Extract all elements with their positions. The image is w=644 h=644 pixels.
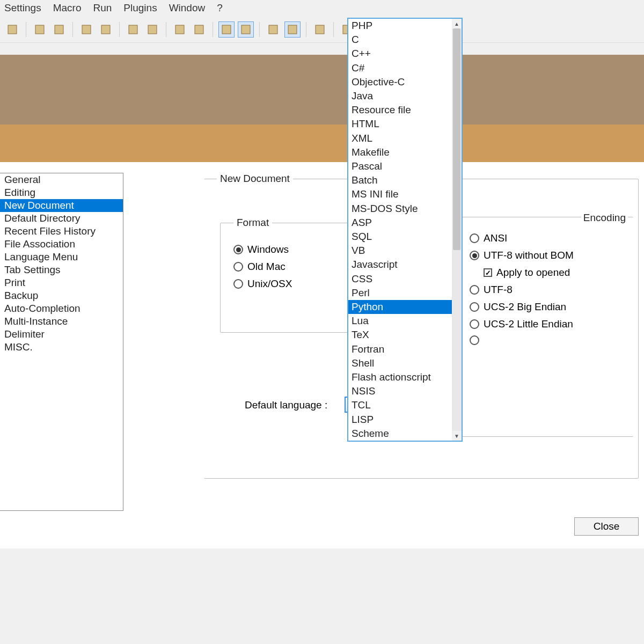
lang-item-java[interactable]: Java <box>348 89 452 103</box>
radio-label: UTF-8 without BOM <box>484 250 574 261</box>
scroll-up-arrow[interactable]: ▲ <box>452 19 462 28</box>
lang-item-asp[interactable]: ASP <box>348 216 452 230</box>
user-lang-icon[interactable] <box>238 21 254 38</box>
encoding-option-other[interactable] <box>470 335 620 345</box>
lang-item-scheme[interactable]: Scheme <box>348 427 452 441</box>
radio-icon[interactable] <box>470 319 479 329</box>
sidebar-item-default-directory[interactable]: Default Directory <box>0 212 123 225</box>
sidebar-item-print[interactable]: Print <box>0 276 123 289</box>
lang-item-html[interactable]: HTML <box>348 117 452 131</box>
radio-icon[interactable] <box>470 335 479 345</box>
language-list: PHPCC++C#Objective-CJavaResource fileHTM… <box>348 19 452 441</box>
radio-icon[interactable] <box>233 262 243 272</box>
sidebar-item-delimiter[interactable]: Delimiter <box>0 328 123 341</box>
lang-item-c[interactable]: C <box>348 33 452 47</box>
lang-item-fortran[interactable]: Fortran <box>348 342 452 356</box>
encoding-option-ansi[interactable]: ANSI <box>470 232 620 244</box>
lang-item-batch[interactable]: Batch <box>348 173 452 187</box>
lang-item-perl[interactable]: Perl <box>348 286 452 300</box>
lang-item-shell[interactable]: Shell <box>348 356 452 370</box>
menu-window[interactable]: Window <box>169 2 206 14</box>
format-option-windows[interactable]: Windows <box>233 244 346 255</box>
scrollbar[interactable]: ▲ ▼ <box>452 19 462 441</box>
lang-item-nsis[interactable]: NSIS <box>348 384 452 398</box>
lang-item-lua[interactable]: Lua <box>348 314 452 328</box>
sidebar-item-tab-settings[interactable]: Tab Settings <box>0 264 123 276</box>
svg-rect-5 <box>129 25 137 34</box>
menu-plugins[interactable]: Plugins <box>123 2 157 14</box>
checkbox-icon[interactable] <box>484 268 492 277</box>
encoding-option-utf-8[interactable]: UTF-8 <box>470 284 620 296</box>
sidebar-item-language-menu[interactable]: Language Menu <box>0 251 123 264</box>
radio-icon[interactable] <box>470 233 479 243</box>
lang-item-flash-actionscript[interactable]: Flash actionscript <box>348 370 452 384</box>
sidebar-item-editing[interactable]: Editing <box>0 186 123 199</box>
zoom-out-icon[interactable] <box>98 21 114 38</box>
sidebar-item-backup[interactable]: Backup <box>0 289 123 302</box>
lang-item-tex[interactable]: TeX <box>348 328 452 342</box>
sidebar-item-general[interactable]: General <box>0 173 123 186</box>
radio-icon[interactable] <box>470 302 479 312</box>
svg-rect-4 <box>101 25 110 34</box>
zoom-in-icon[interactable] <box>78 21 94 38</box>
lang-item-c-[interactable]: C++ <box>348 47 452 61</box>
sidebar-item-auto-completion[interactable]: Auto-Completion <box>0 302 123 315</box>
menu-macro[interactable]: Macro <box>53 2 82 14</box>
lang-item-pascal[interactable]: Pascal <box>348 159 452 173</box>
lang-item-vb[interactable]: VB <box>348 244 452 258</box>
sidebar-item-multi-instance[interactable]: Multi-Instance <box>0 315 123 328</box>
lang-item-ms-ini-file[interactable]: MS INI file <box>348 187 452 201</box>
lang-item-tcl[interactable]: TCL <box>348 398 452 412</box>
encoding-option-ucs-2-big-endian[interactable]: UCS-2 Big Endian <box>470 301 620 313</box>
lang-item-ms-dos-style[interactable]: MS-DOS Style <box>348 202 452 216</box>
sync-v-icon[interactable] <box>125 21 141 38</box>
svg-rect-13 <box>316 25 324 34</box>
radio-icon[interactable] <box>233 279 243 289</box>
format-option-unix-osx[interactable]: Unix/OSX <box>233 278 346 290</box>
sidebar-item-file-association[interactable]: File Association <box>0 238 123 251</box>
lang-item-xml[interactable]: XML <box>348 131 452 145</box>
wrap-icon[interactable] <box>172 21 188 38</box>
background-band-2 <box>0 125 644 162</box>
format-option-old-mac[interactable]: Old Mac <box>233 261 346 273</box>
svg-rect-7 <box>175 25 184 34</box>
find-icon[interactable] <box>32 21 48 38</box>
func-list-icon[interactable] <box>284 21 301 38</box>
radio-icon[interactable] <box>470 251 479 260</box>
lang-item-objective-c[interactable]: Objective-C <box>348 75 452 89</box>
lang-item-resource-file[interactable]: Resource file <box>348 103 452 117</box>
scroll-down-arrow[interactable]: ▼ <box>452 431 462 441</box>
radio-icon[interactable] <box>233 245 243 254</box>
radio-label: UTF-8 <box>484 284 513 296</box>
menu-run[interactable]: Run <box>93 2 112 14</box>
indent-guide-icon[interactable] <box>218 21 235 38</box>
menu-help[interactable]: ? <box>217 2 223 14</box>
close-button[interactable]: Close <box>574 517 639 536</box>
menu-settings[interactable]: Settings <box>4 2 41 14</box>
lang-item-python[interactable]: Python <box>348 300 452 314</box>
lang-item-php[interactable]: PHP <box>348 19 452 33</box>
sidebar-item-misc-[interactable]: MISC. <box>0 341 123 354</box>
lang-item-c-[interactable]: C# <box>348 61 452 75</box>
encoding-option-ucs-2-little-endian[interactable]: UCS-2 Little Endian <box>470 318 620 330</box>
apply-opened-check[interactable]: Apply to opened <box>484 267 620 279</box>
lang-item-makefile[interactable]: Makefile <box>348 145 452 159</box>
lang-item-css[interactable]: CSS <box>348 272 452 286</box>
lang-item-lisp[interactable]: LISP <box>348 413 452 427</box>
lang-item-javascript[interactable]: Javascript <box>348 258 452 272</box>
replace-icon[interactable] <box>51 21 67 38</box>
sidebar-item-new-document[interactable]: New Document <box>0 199 123 212</box>
doc-map-icon[interactable] <box>265 21 281 38</box>
encoding-option-utf-8-without-bom[interactable]: UTF-8 without BOM <box>470 250 620 261</box>
scroll-track[interactable] <box>452 28 462 431</box>
show-all-icon[interactable] <box>191 21 207 38</box>
sidebar-item-recent-files-history[interactable]: Recent Files History <box>0 225 123 238</box>
language-dropdown[interactable]: PHPCC++C#Objective-CJavaResource fileHTM… <box>347 18 463 442</box>
lang-item-sql[interactable]: SQL <box>348 230 452 244</box>
sync-h-icon[interactable] <box>144 21 160 38</box>
scroll-thumb[interactable] <box>453 28 460 250</box>
radio-icon[interactable] <box>470 285 479 295</box>
cut-icon[interactable] <box>4 21 20 38</box>
radio-label: Windows <box>247 244 289 255</box>
folder-icon[interactable] <box>312 21 328 38</box>
